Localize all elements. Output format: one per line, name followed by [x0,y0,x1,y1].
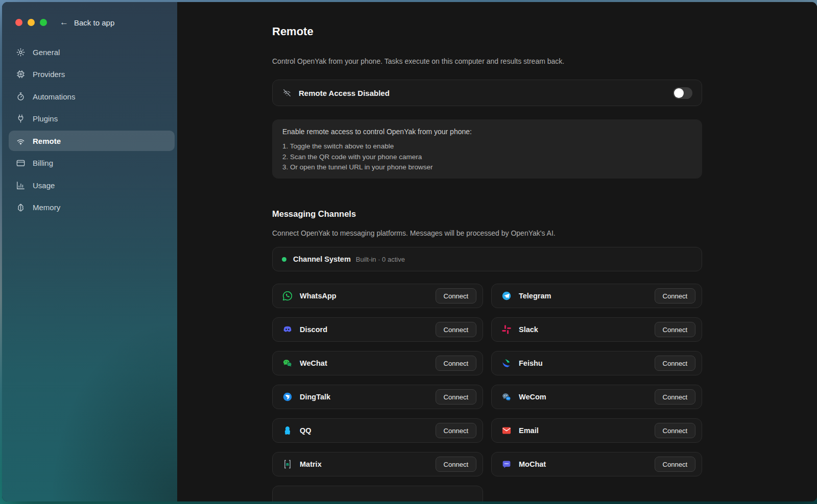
connect-email-button[interactable]: Connect [655,423,695,438]
sidebar-item-label: Plugins [33,114,58,123]
messaging-channels-title: Messaging Channels [272,208,702,219]
slack-icon [501,324,512,335]
instructions-intro: Enable remote access to control OpenYak … [282,127,692,137]
remote-access-toggle[interactable] [673,87,692,99]
telegram-icon [501,290,512,301]
sidebar-item-plugins[interactable]: Plugins [9,109,175,129]
instructions-list: 1. Toggle the switch above to enable2. S… [282,141,692,173]
card-icon [16,158,26,168]
channel-name: Matrix [300,460,322,468]
sidebar-item-label: Usage [33,181,55,190]
sidebar-item-remote[interactable]: Remote [9,131,175,151]
channel-name: WeChat [300,359,327,367]
remote-access-row: Remote Access Disabled [272,80,702,106]
channel-card-feishu: FeishuConnect [491,351,702,375]
channel-card-email: EmailConnect [491,418,702,443]
channel-card-qq: QQConnect [272,418,483,443]
settings-window: ← Back to app GeneralProvidersAutomation… [2,2,817,501]
chart-icon [16,181,26,190]
sidebar-item-label: Automations [33,92,75,101]
connect-qq-button[interactable]: Connect [436,423,476,438]
channel-grid: WhatsAppConnectTelegramConnectDiscordCon… [272,284,702,476]
messaging-channels-description: Connect OpenYak to messaging platforms. … [272,228,702,238]
channel-name: WeCom [519,393,546,401]
zoom-window-button[interactable] [40,19,47,26]
svg-text:m: m [286,462,289,467]
sidebar-item-memory[interactable]: Memory [9,197,175,218]
toggle-knob [674,88,684,98]
whatsapp-icon [282,290,293,301]
sidebar-item-automations[interactable]: Automations [9,86,175,107]
channel-card-whatsapp: WhatsAppConnect [272,284,483,308]
connect-whatsapp-button[interactable]: Connect [436,288,476,304]
gear-icon [16,47,26,57]
wecom-icon [501,391,512,402]
matrix-icon: m [282,459,293,470]
sidebar-item-billing[interactable]: Billing [9,153,175,173]
brain-icon [16,203,26,212]
status-dot [282,257,286,262]
channel-card-dingtalk: DingTalkConnect [272,385,483,409]
sidebar-item-label: Providers [33,70,65,79]
channel-card-matrix: mMatrixConnect [272,452,483,476]
dingtalk-icon [282,391,293,402]
instruction-item: 1. Toggle the switch above to enable [282,141,692,152]
minimize-window-button[interactable] [28,19,35,26]
channel-name: MoChat [519,460,546,468]
connect-mochat-button[interactable]: Connect [655,457,695,472]
email-icon [501,425,512,436]
channel-system-meta: Built-in · 0 active [356,256,405,263]
channel-name: Feishu [519,359,543,367]
channel-card-discord: DiscordConnect [272,317,483,342]
sidebar-nav: GeneralProvidersAutomationsPluginsRemote… [2,33,177,218]
mochat-icon [501,459,512,470]
channel-name: DingTalk [300,393,330,401]
plug-icon [16,114,26,123]
sidebar-item-label: General [33,48,60,57]
channel-system-name: Channel System [293,255,351,263]
connect-discord-button[interactable]: Connect [436,322,476,337]
connect-wechat-button[interactable]: Connect [436,356,476,371]
channel-name: Slack [519,325,538,334]
connect-feishu-button[interactable]: Connect [655,356,695,371]
feishu-icon [501,358,512,369]
channel-name: Discord [300,325,327,334]
connect-wecom-button[interactable]: Connect [655,389,695,405]
page-title: Remote [272,24,702,39]
connect-slack-button[interactable]: Connect [655,322,695,337]
titlebar: ← Back to app [2,2,177,33]
channel-system-row: Channel System Built-in · 0 active [272,247,702,271]
desktop-wallpaper: ← Back to app GeneralProvidersAutomation… [0,0,817,504]
channel-card-wecom: WeComConnect [491,385,702,409]
channel-card-telegram: TelegramConnect [491,284,702,308]
sidebar-item-usage[interactable]: Usage [9,175,175,195]
instruction-item: 3. Or open the tunnel URL in your phone … [282,162,692,173]
channel-card-mochat: MoChatConnect [491,452,702,476]
timer-icon [16,92,26,102]
instruction-item: 2. Scan the QR code with your phone came… [282,152,692,163]
remote-instructions-box: Enable remote access to control OpenYak … [272,119,702,179]
connect-dingtalk-button[interactable]: Connect [436,389,476,405]
sidebar-item-label: Memory [33,203,60,212]
channel-card-slack: SlackConnect [491,317,702,342]
close-window-button[interactable] [15,19,22,26]
page-description: Control OpenYak from your phone. Tasks e… [272,56,702,66]
wechat-icon [282,358,293,369]
back-to-app-button[interactable]: ← Back to app [60,17,114,28]
channel-name: Email [519,426,539,435]
channel-card-partial: Connect [272,486,483,501]
wifi-icon [16,136,26,146]
connect-matrix-button[interactable]: Connect [436,457,476,472]
discord-icon [282,324,293,335]
sidebar-item-providers[interactable]: Providers [9,64,175,85]
main-panel: Remote Control OpenYak from your phone. … [177,2,817,501]
sidebar-item-general[interactable]: General [9,42,175,62]
back-to-app-label: Back to app [74,18,114,27]
channel-name: WhatsApp [300,292,337,300]
sidebar: ← Back to app GeneralProvidersAutomation… [2,2,177,501]
cpu-icon [16,69,26,79]
sidebar-item-label: Remote [33,137,61,145]
remote-access-label: Remote Access Disabled [299,89,390,97]
wifi-off-icon [282,88,292,98]
connect-telegram-button[interactable]: Connect [655,288,695,304]
